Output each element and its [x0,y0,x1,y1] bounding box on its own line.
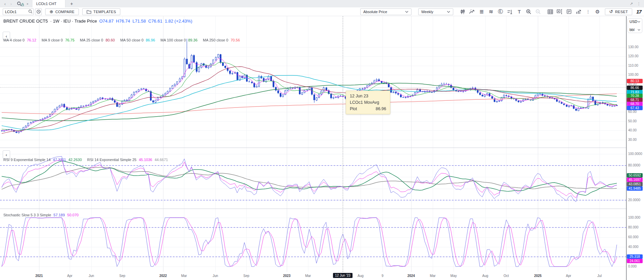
ma-legend-value: 89.36 [188,38,198,42]
rsi-axis-value-label[interactable]: 41.9485 [627,186,643,191]
stoch-axis-tick[interactable]: 0.000 [628,265,637,268]
time-axis-label[interactable]: Apr [67,274,72,278]
zoom-out-icon[interactable] [534,8,542,15]
rsi-axis-tick[interactable]: 80.0000 [628,163,640,167]
price-axis-value-label[interactable]: 86.66 [627,86,643,90]
time-axis-label[interactable]: May [451,274,457,278]
reset-button[interactable]: ↺ RESET [605,8,632,15]
settings-gear-icon[interactable]: ⚙ [593,8,602,15]
time-axis-label[interactable]: 2022 [159,274,167,278]
ma-legend-value: 80.60 [105,38,115,42]
rsi-legend-item[interactable]: RSI 14 Exponential Simple 2545.103644.66… [87,158,168,162]
price-axis-tick[interactable]: 110.00 [628,64,638,67]
nav-back-icon[interactable]: ‹ [2,1,8,6]
ma-legend-item[interactable]: MA 250 close 070.56 [203,38,240,42]
price-axis-tick[interactable]: 100.00 [628,73,639,76]
ma-legend-item[interactable]: MA 4 close 076.12 [3,38,36,42]
signals-icon[interactable] [468,8,476,15]
rsi-axis-value-label[interactable]: 50.6592 [627,173,643,178]
time-axis-label[interactable]: Aug [482,274,488,278]
stoch-axis-value-label[interactable]: 24.061 [627,259,643,263]
time-axis[interactable]: 2021AprJunSep2022MarJunSep2023MarAug9202… [0,272,644,280]
chevron-down-icon [447,11,450,13]
zoom-in-icon[interactable] [525,8,533,15]
price-scale-border[interactable] [626,16,626,280]
stochastic-chart-canvas[interactable] [0,209,626,272]
stoch-axis-tick[interactable]: 60.000 [628,235,639,239]
price-axis-tick[interactable]: 40.00 [628,128,637,132]
price-axis-tick[interactable]: 60.00 [628,110,637,114]
time-axis-label[interactable]: 2021 [35,274,43,278]
time-axis-label[interactable]: Aug [358,274,364,278]
time-axis-label[interactable]: 2023 [283,274,290,278]
stoch-axis-tick[interactable]: 80.000 [628,225,639,229]
rsi-axis-value-label[interactable]: 43.0851 [627,182,643,186]
price-chart-canvas[interactable] [0,16,626,148]
rsi-chart-canvas[interactable] [0,148,626,209]
ma-legend-item[interactable]: MA 9 close 076.75 [42,38,75,42]
text-tool-icon[interactable]: T [515,8,523,15]
recent-symbols-button[interactable] [35,8,42,15]
search-icon[interactable] [17,1,26,6]
news-icon[interactable] [565,8,573,15]
clock-icon [36,9,41,14]
more-icon[interactable]: ⋮ [637,2,641,6]
time-axis-label[interactable]: Mar [430,274,435,278]
interval-select[interactable]: Weekly [418,8,453,15]
rsi-legend: RSI 9 Exponential Simple 1447.321142.263… [3,158,168,162]
time-axis-label[interactable]: 2024 [407,274,415,278]
new-tab-button[interactable]: + [70,1,73,6]
time-axis-label[interactable]: Jun [89,274,94,278]
time-axis-label[interactable]: Jun [213,274,218,278]
layers-icon[interactable]: ≣ [478,8,486,15]
plot-tooltip: 12 Jun 23 LCOc1 MovAvg Plot 86.96 [346,91,390,114]
ma-legend-item[interactable]: MA 50 close 086.96 [120,38,155,42]
price-axis-tick[interactable]: 50.00 [628,119,637,123]
tab-lcoc1-cht[interactable]: LCOc1 CHT [32,0,66,7]
templates-button[interactable]: TEMPLATES [82,8,120,15]
indicators-icon[interactable]: ≋ [487,8,495,15]
ma-legend-value: 70.56 [231,38,240,42]
rsi-axis-tick[interactable]: 20.0000 [628,198,640,202]
price-line-icon[interactable] [506,8,514,15]
stoch-axis-tick[interactable]: 100.000 [628,216,640,219]
price-axis-value-label[interactable]: 80.13 [627,79,643,83]
time-axis-label[interactable]: Oct [503,274,509,278]
stoch-axis-tick[interactable]: 40.000 [628,245,639,249]
time-axis-label[interactable]: Apr [566,274,571,278]
compare-button[interactable]: ⊕ COMPARE [45,8,79,15]
currency-select[interactable]: USD [630,20,640,24]
symbol-name[interactable]: BRENT CRUDE OCT5 [3,19,48,24]
nav-forward-icon[interactable]: › [8,1,14,6]
ma-legend-item[interactable]: MA 25 close 080.60 [80,38,115,42]
price-axis-tick[interactable]: 120.00 [628,54,639,58]
time-axis-label[interactable]: Sep [243,274,249,278]
rsi-axis-value-label[interactable]: 45.1697 [627,178,643,182]
time-axis-label[interactable]: Sep [119,274,125,278]
price-axis-tick[interactable]: 30.00 [628,138,637,142]
data-table-icon[interactable] [546,8,554,15]
add-panel-icon[interactable] [556,8,564,15]
price-axis-tick[interactable]: 130.00 [628,45,639,49]
popout-icon[interactable]: ↗ [630,2,633,6]
stoch-legend-item[interactable]: Stochastic Slow 5 3 3 Simple57.18950.070 [3,213,79,217]
stoch-axis-value-label[interactable]: 25.318 [627,254,643,259]
rsi-legend-item[interactable]: RSI 9 Exponential Simple 1447.321142.263… [3,158,82,162]
time-axis-label[interactable]: 2025 [534,274,542,278]
unit-select[interactable]: bbl [630,28,640,32]
kebab-menu-icon[interactable]: ⋮ [584,8,592,15]
price-axis-value-label[interactable]: 67.43 [627,106,643,110]
panel-divider[interactable] [0,209,626,209]
time-axis-label[interactable]: Mar [181,274,187,278]
time-axis-label[interactable]: Jul [597,274,602,278]
events-icon[interactable]: Ⓔ [496,8,504,15]
time-axis-label[interactable]: 9 [381,274,384,278]
chart-export-icon[interactable] [575,8,583,15]
chart-style-icon[interactable] [459,8,467,15]
rsi-axis-tick[interactable]: 100.0000 [628,152,642,156]
price-mode-select[interactable]: Absolute Price [360,8,411,15]
ma-legend-item[interactable]: MA 100 close 089.36 [160,38,197,42]
tradingview-logo-icon[interactable]: 17 [636,9,641,14]
panel-divider[interactable] [0,148,626,148]
time-axis-label[interactable]: Mar [305,274,311,278]
